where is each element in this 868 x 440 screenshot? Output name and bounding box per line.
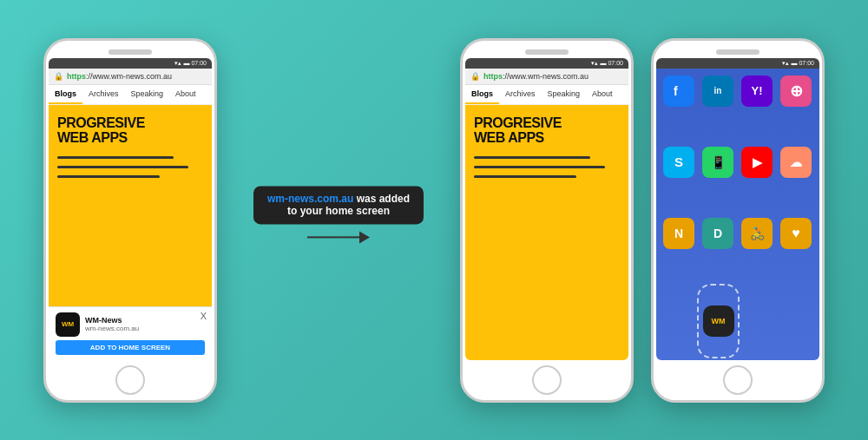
nav-blogs[interactable]: Blogs <box>49 85 82 104</box>
content-line-1 <box>57 156 174 159</box>
phone-1-status-bar: ▾▴ ▬ 07:00 <box>49 58 212 69</box>
battery-icon: ▬ <box>183 60 189 66</box>
app-yahoo[interactable]: Y! <box>741 76 773 107</box>
content-line-3 <box>57 175 160 178</box>
phone-3-status-icons: ▾▴ ▬ 07:00 <box>782 60 814 67</box>
battery-icon-3: ▬ <box>791 60 797 66</box>
pwa-line1: PROGRESIVE <box>57 115 203 131</box>
banner-app-name: WM-News <box>85 316 205 325</box>
phone-1-browser-bar: 🔒 https://www.wm-news.com.au <box>49 69 212 85</box>
app-skype[interactable]: S <box>663 147 694 178</box>
banner-app-url: wm-news.com.au <box>85 325 205 332</box>
app-linkedin[interactable]: in <box>702 76 733 107</box>
nav-about-2[interactable]: About <box>586 85 619 104</box>
phones-scene: ▾▴ ▬ 07:00 🔒 https://www.wm-news.com.au … <box>43 38 825 403</box>
pwa-title-2: PROGRESIVE WEB APPS <box>474 115 620 146</box>
phone-2-home-btn[interactable] <box>532 365 562 395</box>
https-label: https <box>67 72 86 81</box>
phone-1-home-btn[interactable] <box>115 365 145 395</box>
url-rest-2: ://www.wm-news.com.au <box>503 72 589 81</box>
app-daily[interactable]: D <box>702 218 733 249</box>
phone-3: ▾▴ ▬ 07:00 f in Y! ⊕ S 📱 ▶ ☁ N <box>651 38 825 403</box>
lock-icon: 🔒 <box>54 72 63 81</box>
content-line-3b <box>474 175 576 178</box>
phone-3-screen: ▾▴ ▬ 07:00 f in Y! ⊕ S 📱 ▶ ☁ N <box>656 58 819 360</box>
phone-1-banner: X WM WM-News wm-news.com.au ADD TO HOME … <box>49 306 212 360</box>
signal-icon-2: ▾▴ <box>591 60 598 67</box>
phone-2-browser-bar: 🔒 https://www.wm-news.com.au <box>465 69 628 85</box>
phone-1-nav: Blogs Archives Speaking About <box>49 85 212 105</box>
phone-3-status-bar: ▾▴ ▬ 07:00 <box>656 58 819 69</box>
app-dribbble[interactable]: ⊕ <box>780 76 812 107</box>
signal-icon-3: ▾▴ <box>782 60 789 67</box>
phone-1-url: https://www.wm-news.com.au <box>67 72 172 81</box>
add-to-home-button[interactable]: ADD TO HOME SCREEN <box>56 340 205 355</box>
time-display: 07:00 <box>191 60 207 66</box>
arrow-section: wm-news.com.au was added to your home sc… <box>234 38 443 403</box>
lock-icon-2: 🔒 <box>470 72 480 81</box>
app-whatsapp[interactable]: 📱 <box>702 147 733 178</box>
phone-3-speaker <box>716 49 760 55</box>
arrow-row <box>307 231 370 243</box>
phone-1: ▾▴ ▬ 07:00 🔒 https://www.wm-news.com.au … <box>43 38 217 403</box>
phone-2-screen: ▾▴ ▬ 07:00 🔒 https://www.wm-news.com.au … <box>465 58 628 360</box>
app-heart[interactable]: ♥ <box>780 218 812 249</box>
pwa-line1-2: PROGRESIVE <box>474 115 620 131</box>
tooltip-text1: was added <box>353 193 410 205</box>
nav-archives[interactable]: Archives <box>82 85 125 104</box>
app-nimbus[interactable]: N <box>663 218 694 249</box>
pwa-line2: WEB APPS <box>57 130 203 146</box>
pwa-line2-2: WEB APPS <box>474 130 620 146</box>
banner-text-block: WM-News wm-news.com.au <box>85 316 205 332</box>
nav-speaking-2[interactable]: Speaking <box>542 85 587 104</box>
banner-close[interactable]: X <box>201 311 207 321</box>
phone-2-nav: Blogs Archives Speaking About <box>465 85 628 105</box>
time-display-2: 07:00 <box>608 60 623 66</box>
phone-2-speaker <box>525 49 569 55</box>
tooltip-text2: to your home screen <box>287 205 390 217</box>
phone-2-status-icons: ▾▴ ▬ 07:00 <box>591 60 623 67</box>
nav-speaking[interactable]: Speaking <box>125 85 170 104</box>
app-youtube[interactable]: ▶ <box>741 147 773 178</box>
app-wm[interactable]: WM <box>703 305 734 337</box>
https-label-2: https <box>483 72 503 81</box>
app-grid: f in Y! ⊕ S 📱 ▶ ☁ N D 🚴 ♥ WM <box>656 69 819 360</box>
phone-1-speaker <box>108 49 152 55</box>
nav-archives-2[interactable]: Archives <box>499 85 542 104</box>
signal-icon: ▾▴ <box>174 60 181 67</box>
arrow-line-left <box>307 236 359 238</box>
wm-logo-small: WM <box>56 312 80 337</box>
banner-row: WM WM-News wm-news.com.au <box>56 312 205 337</box>
app-facebook[interactable]: f <box>663 76 694 107</box>
tooltip-highlight: wm-news.com.au <box>267 193 353 205</box>
time-display-3: 07:00 <box>799 60 814 66</box>
content-line-2b <box>474 166 605 168</box>
phone-1-screen: ▾▴ ▬ 07:00 🔒 https://www.wm-news.com.au … <box>49 58 212 360</box>
battery-icon-2: ▬ <box>600 60 606 66</box>
wm-icon-container: WM <box>702 289 734 353</box>
nav-blogs-2[interactable]: Blogs <box>465 85 499 104</box>
app-cycle[interactable]: 🚴 <box>741 218 773 249</box>
phone-2-url: https://www.wm-news.com.au <box>483 72 589 81</box>
phone-1-status-icons: ▾▴ ▬ 07:00 <box>174 60 207 67</box>
phone-1-content: PROGRESIVE WEB APPS <box>49 105 212 306</box>
phone-2-status-bar: ▾▴ ▬ 07:00 <box>465 58 628 69</box>
pwa-title-1: PROGRESIVE WEB APPS <box>57 115 203 146</box>
content-line-1b <box>474 156 590 159</box>
phone-3-home-btn[interactable] <box>723 365 753 395</box>
arrow-head-right <box>359 231 370 243</box>
content-line-2 <box>57 166 188 168</box>
tooltip-bubble: wm-news.com.au was added to your home sc… <box>253 186 424 224</box>
nav-about[interactable]: About <box>169 85 202 104</box>
url-rest: ://www.wm-news.com.au <box>86 72 172 81</box>
app-cloud[interactable]: ☁ <box>780 147 812 178</box>
tooltip-arrow-group: wm-news.com.au was added to your home sc… <box>243 186 434 243</box>
phone-2: ▾▴ ▬ 07:00 🔒 https://www.wm-news.com.au … <box>460 38 634 403</box>
wm-label: WM <box>712 317 726 325</box>
svg-text:f: f <box>674 84 678 98</box>
phone-2-content: PROGRESIVE WEB APPS <box>465 105 628 360</box>
